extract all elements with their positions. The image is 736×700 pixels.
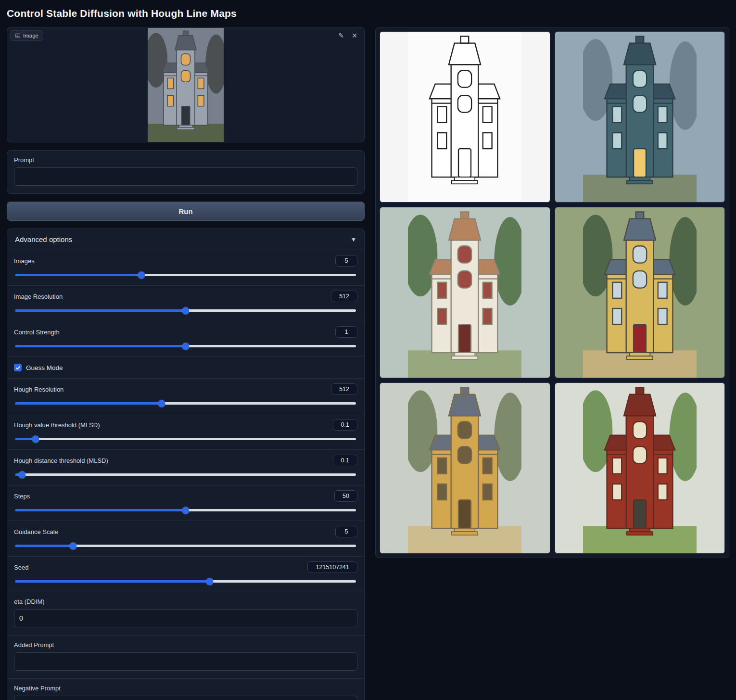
slider-thumb[interactable]: [19, 471, 26, 478]
gallery-item[interactable]: [555, 382, 725, 554]
hough-line-map-image: [408, 32, 521, 202]
gallery-item[interactable]: [380, 382, 550, 554]
added-prompt-field: Added Prompt: [7, 635, 364, 678]
slider-value-box[interactable]: 0.1: [333, 419, 357, 431]
slider-track[interactable]: [15, 580, 356, 583]
image-icon: [15, 33, 21, 38]
slider-track[interactable]: [15, 309, 356, 312]
controls-column: Image ✎ ✕ Prompt Run Advanced: [7, 27, 365, 700]
image-input-label: Image: [10, 30, 43, 41]
uploaded-image: [142, 28, 229, 142]
prompt-label: Prompt: [14, 156, 357, 164]
advanced-options-title: Advanced options: [15, 235, 72, 243]
slider-thumb[interactable]: [158, 400, 165, 407]
slider-value-box[interactable]: 5: [335, 255, 357, 267]
slider-thumb[interactable]: [70, 542, 77, 549]
chevron-down-icon[interactable]: ▼: [351, 236, 356, 243]
slider-fill: [15, 345, 186, 347]
slider-hough-value-threshold: Hough value threshold (MLSD) 0.1: [7, 414, 364, 449]
slider-thumb[interactable]: [206, 578, 213, 585]
slider-thumb[interactable]: [138, 271, 145, 279]
slider-label: Hough distance threshold (MLSD): [14, 457, 108, 464]
slider-label: Guidance Scale: [14, 528, 58, 535]
slider-label: Image Resolution: [14, 293, 63, 300]
negative-prompt-field: Negative Prompt: [7, 678, 364, 700]
app-page: Control Stable Diffusion with Hough Line…: [0, 0, 736, 700]
slider-track[interactable]: [15, 545, 356, 547]
slider-label: Seed: [14, 564, 28, 571]
slider-value-box[interactable]: 1: [335, 326, 357, 338]
slider-hough-resolution: Hough Resolution 512: [7, 378, 364, 414]
generated-image: [583, 32, 697, 202]
slider-label: Control Strength: [14, 329, 60, 336]
guess-mode-label: Guess Mode: [26, 364, 63, 371]
generated-image: [408, 207, 521, 378]
slider-hough-distance-threshold: Hough distance threshold (MLSD) 0.1: [7, 449, 364, 485]
slider-thumb[interactable]: [182, 507, 190, 514]
slider-guidance-scale: Guidance Scale 5: [7, 521, 364, 556]
slider-thumb[interactable]: [182, 307, 190, 314]
slider-track[interactable]: [15, 473, 356, 476]
checkmark-icon: [15, 365, 21, 370]
advanced-options-panel: Advanced options ▼ Images 5: [7, 229, 365, 700]
slider-thumb[interactable]: [182, 343, 190, 350]
generated-image: [583, 207, 697, 378]
added-prompt-label: Added Prompt: [14, 641, 357, 649]
negative-prompt-input[interactable]: [14, 696, 357, 700]
result-gallery: [375, 27, 729, 558]
eta-field: eta (DDIM): [7, 592, 364, 635]
slider-value-box[interactable]: 512: [331, 383, 357, 395]
page-title: Control Stable Diffusion with Hough Line…: [7, 8, 729, 19]
gallery-item[interactable]: [380, 31, 550, 203]
prompt-block: Prompt: [7, 150, 365, 194]
slider-label: Steps: [14, 493, 30, 500]
slider-fill: [15, 309, 186, 312]
eta-label: eta (DDIM): [14, 598, 357, 605]
slider-fill: [15, 580, 210, 583]
slider-value-box[interactable]: 5: [335, 526, 357, 537]
slider-track[interactable]: [15, 345, 356, 347]
slider-steps: Steps 50: [7, 485, 364, 521]
slider-value-box[interactable]: 0.1: [333, 455, 357, 466]
negative-prompt-label: Negative Prompt: [14, 685, 357, 692]
slider-fill: [15, 402, 162, 405]
close-icon[interactable]: ✕: [351, 31, 358, 40]
image-input[interactable]: Image ✎ ✕: [7, 27, 365, 142]
gallery-item[interactable]: [380, 207, 550, 378]
generated-image: [583, 383, 697, 553]
slider-track[interactable]: [15, 402, 356, 405]
slider-images: Images 5: [7, 250, 364, 285]
generated-image: [408, 383, 521, 553]
guess-mode-checkbox-row[interactable]: Guess Mode: [7, 356, 364, 378]
prompt-input[interactable]: [14, 167, 357, 186]
gallery-item[interactable]: [555, 207, 725, 378]
advanced-options-header[interactable]: Advanced options ▼: [7, 229, 364, 250]
slider-label: Hough value threshold (MLSD): [14, 421, 100, 429]
gallery-item[interactable]: [555, 31, 725, 203]
slider-value-box[interactable]: 50: [334, 490, 357, 502]
slider-fill: [15, 274, 141, 276]
slider-fill: [15, 545, 73, 547]
slider-image-resolution: Image Resolution 512: [7, 285, 364, 321]
slider-fill: [15, 509, 186, 511]
slider-track[interactable]: [15, 438, 356, 440]
slider-track[interactable]: [15, 274, 356, 276]
slider-value-box[interactable]: 512: [331, 291, 357, 302]
slider-track[interactable]: [15, 509, 356, 511]
slider-thumb[interactable]: [32, 435, 39, 443]
guess-mode-checkbox[interactable]: [14, 364, 22, 371]
slider-label: Images: [14, 257, 35, 265]
slider-value-box[interactable]: 1215107241: [307, 561, 357, 573]
edit-icon[interactable]: ✎: [338, 31, 345, 40]
run-button[interactable]: Run: [7, 202, 365, 221]
slider-seed: Seed 1215107241: [7, 556, 364, 592]
eta-input[interactable]: [14, 609, 357, 627]
slider-label: Hough Resolution: [14, 386, 63, 393]
added-prompt-input[interactable]: [14, 652, 357, 671]
slider-control-strength: Control Strength 1: [7, 321, 364, 356]
